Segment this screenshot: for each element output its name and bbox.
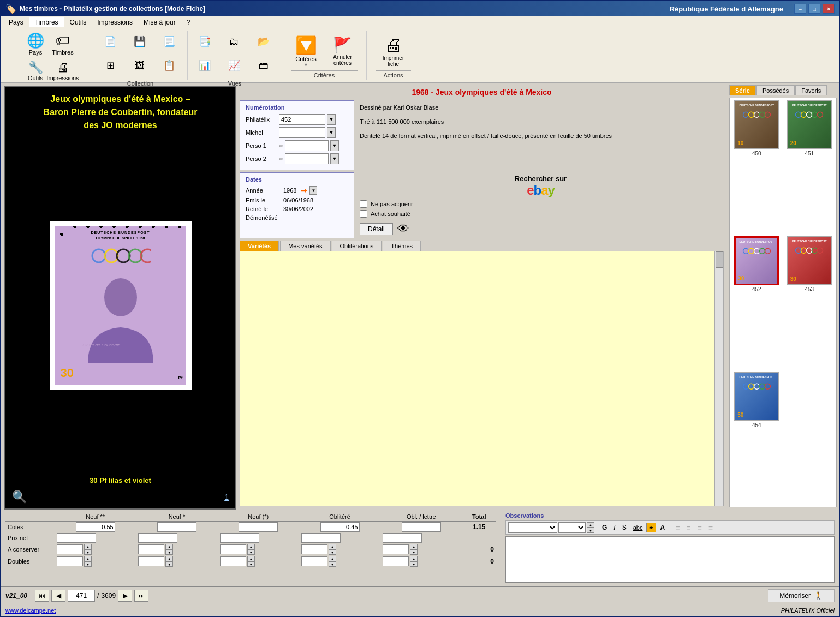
obs-align-left-button[interactable]: ≡ xyxy=(672,522,682,533)
obs-italic-button[interactable]: I xyxy=(611,523,618,532)
toolbar-timbres-button[interactable]: 🏷 Timbres xyxy=(50,31,76,57)
maximize-button[interactable]: □ xyxy=(808,4,820,14)
detail-button[interactable]: Détail xyxy=(360,223,393,235)
scroll-track[interactable] xyxy=(714,251,723,506)
ne-pas-checkbox[interactable] xyxy=(360,200,367,208)
obs-bold-button[interactable]: G xyxy=(599,523,610,532)
doubles-neuf-p-input[interactable] xyxy=(220,556,246,566)
criteres-annuler-button[interactable]: 🚩 Annulercritères xyxy=(327,33,358,69)
toolbar-collection-grid[interactable]: ⊞ xyxy=(97,56,124,75)
zoom-icon[interactable]: 🔍 xyxy=(12,490,27,504)
menu-pays[interactable]: Pays xyxy=(3,17,29,27)
obs-align-right-button[interactable]: ≡ xyxy=(694,522,704,533)
nav-last-button[interactable]: ⏭ xyxy=(134,590,148,602)
doubles-oblit-input[interactable] xyxy=(301,556,327,566)
doubles-neuf1-up[interactable]: ▲ xyxy=(165,556,173,561)
toolbar-collection-save[interactable]: 💾 xyxy=(126,32,153,51)
eye-icon[interactable]: 👁 xyxy=(397,222,409,236)
obs-underline-button[interactable]: abc xyxy=(630,523,646,532)
perso2-input[interactable] xyxy=(285,153,329,164)
perso1-edit-icon[interactable]: ✏ xyxy=(279,143,283,149)
toolbar-collection-list[interactable]: 📋 xyxy=(156,56,183,75)
conserver-neuf-p-down[interactable]: ▼ xyxy=(247,549,255,555)
obs-text-color-button[interactable]: A xyxy=(657,523,668,532)
obs-highlight-button[interactable]: ✒ xyxy=(646,523,656,532)
doubles-neuf-p-up[interactable]: ▲ xyxy=(247,556,255,561)
prix-obl-let-input[interactable] xyxy=(383,533,422,543)
toolbar-collection-doc1[interactable]: 📄 xyxy=(97,32,124,51)
doubles-oblit-up[interactable]: ▲ xyxy=(329,556,336,561)
toolbar-vues-1[interactable]: 📑 xyxy=(191,32,218,51)
right-tab-possedes[interactable]: Possédés xyxy=(756,85,795,95)
close-button[interactable]: ✕ xyxy=(823,4,835,14)
annee-dropdown[interactable]: ▼ xyxy=(309,186,317,195)
conserver-neuf1-input[interactable] xyxy=(138,544,164,554)
doubles-neuf2-input[interactable] xyxy=(57,556,83,566)
nav-first-button[interactable]: ⏮ xyxy=(35,590,49,602)
doubles-neuf-p-down[interactable]: ▼ xyxy=(247,561,255,567)
doubles-neuf1-input[interactable] xyxy=(138,556,164,566)
doubles-obl-let-up[interactable]: ▲ xyxy=(410,556,418,561)
ebay-logo[interactable]: ebay xyxy=(360,183,722,198)
conserver-oblit-input[interactable] xyxy=(301,544,327,554)
doubles-neuf1-down[interactable]: ▼ xyxy=(165,561,173,567)
imprimer-fiche-button[interactable]: 🖨 Imprimerfiche xyxy=(376,32,411,70)
prix-oblit-input[interactable] xyxy=(301,533,341,543)
menu-outils[interactable]: Outils xyxy=(64,17,92,27)
toolbar-vues-5[interactable]: 📈 xyxy=(221,56,248,75)
obs-strikethrough-button[interactable]: S xyxy=(619,523,629,532)
thumb-454[interactable]: DEUTSCHE BUNDESPOST 50 454 xyxy=(732,372,782,505)
conserver-neuf-p-up[interactable]: ▲ xyxy=(247,544,255,549)
conserver-obl-let-input[interactable] xyxy=(383,544,409,554)
tab-obliterations[interactable]: Oblitérations xyxy=(332,241,382,251)
tab-themes[interactable]: Thèmes xyxy=(383,241,421,251)
obs-size-up[interactable]: ▲ xyxy=(587,522,594,528)
cotes-neuf2-input[interactable] xyxy=(76,522,115,532)
toolbar-collection-doc2[interactable]: 📃 xyxy=(156,32,183,51)
menu-help[interactable]: ? xyxy=(181,17,196,27)
obs-size-down[interactable]: ▼ xyxy=(587,528,594,533)
conserver-neuf1-down[interactable]: ▼ xyxy=(165,549,173,555)
obs-align-center-button[interactable]: ≡ xyxy=(683,522,693,533)
toolbar-collection-photo[interactable]: 🖼 xyxy=(126,56,153,75)
scroll-thumb[interactable] xyxy=(716,251,723,268)
toolbar-vues-2[interactable]: 🗂 xyxy=(221,32,248,51)
michel-input[interactable] xyxy=(279,127,325,138)
doubles-obl-let-down[interactable]: ▼ xyxy=(410,561,418,567)
nav-current-input[interactable] xyxy=(68,590,95,602)
conserver-neuf2-input[interactable] xyxy=(57,544,83,554)
menu-timbres[interactable]: Timbres xyxy=(29,17,64,27)
conserver-neuf2-up[interactable]: ▲ xyxy=(84,544,92,549)
conserver-obl-let-down[interactable]: ▼ xyxy=(410,549,418,555)
doubles-neuf2-down[interactable]: ▼ xyxy=(84,561,92,567)
right-tab-favoris[interactable]: Favoris xyxy=(795,85,827,95)
minimize-button[interactable]: – xyxy=(794,4,806,14)
prix-neuf-p-input[interactable] xyxy=(220,533,259,543)
toolbar-vues-6[interactable]: 🗃 xyxy=(250,56,277,75)
observations-textarea[interactable] xyxy=(505,536,835,583)
nav-prev-button[interactable]: ◀ xyxy=(51,590,65,602)
perso1-dropdown[interactable]: ▼ xyxy=(330,140,339,151)
conserver-neuf-p-input[interactable] xyxy=(220,544,246,554)
perso1-input[interactable] xyxy=(285,140,329,151)
annee-arrow-icon[interactable]: ➡ xyxy=(301,186,307,195)
doubles-obl-let-input[interactable] xyxy=(383,556,409,566)
prix-neuf2-input[interactable] xyxy=(57,533,96,543)
thumb-451[interactable]: DEUTSCHE BUNDESPOST 20 451 xyxy=(785,100,835,233)
conserver-oblit-up[interactable]: ▲ xyxy=(329,544,336,549)
cotes-neuf-p-input[interactable] xyxy=(239,522,278,532)
toolbar-vues-4[interactable]: 📊 xyxy=(191,56,218,75)
memo-button[interactable]: Mémoriser 🚶 xyxy=(768,589,835,602)
cotes-oblit-input[interactable] xyxy=(320,522,360,532)
toolbar-impressions-button[interactable]: 🖨 Impressions xyxy=(50,58,76,84)
toolbar-vues-3[interactable]: 📂 xyxy=(250,32,277,51)
philatelix-input[interactable] xyxy=(279,114,325,125)
obs-font-select[interactable] xyxy=(508,522,557,533)
thumb-452[interactable]: DEUTSCHE BUNDESPOST 30 452 xyxy=(732,236,782,369)
toolbar-pays-button[interactable]: 🌐 Pays xyxy=(22,31,49,57)
menu-impressions[interactable]: Impressions xyxy=(92,17,138,27)
cotes-obl-let-input[interactable] xyxy=(402,522,441,532)
perso2-edit-icon[interactable]: ✏ xyxy=(279,156,283,162)
right-tab-serie[interactable]: Série xyxy=(729,85,756,95)
doubles-oblit-down[interactable]: ▼ xyxy=(329,561,336,567)
